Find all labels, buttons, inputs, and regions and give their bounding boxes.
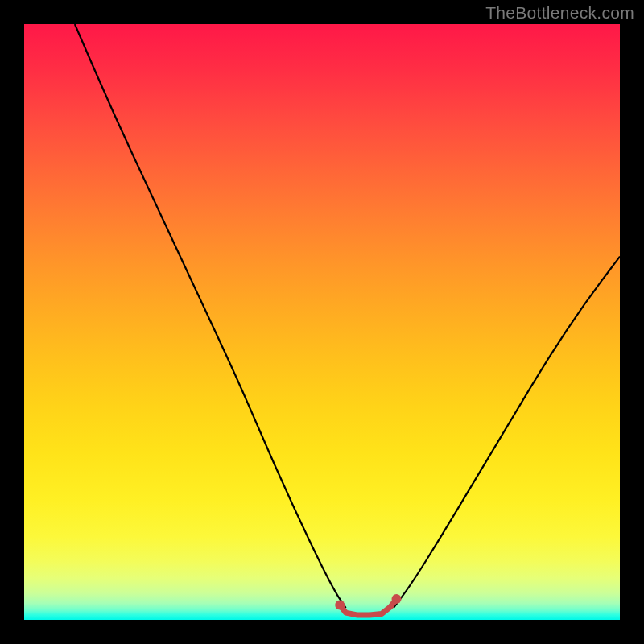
marker-dot-1 (392, 594, 402, 604)
chart-svg (24, 24, 620, 620)
right-curve (394, 257, 620, 609)
chart-container: TheBottleneck.com (0, 0, 644, 644)
attribution-text: TheBottleneck.com (485, 3, 634, 23)
plot-area (24, 24, 620, 620)
bottom-marker-line (340, 599, 396, 615)
left-curve (75, 24, 346, 608)
marker-dot-0 (335, 601, 345, 610)
